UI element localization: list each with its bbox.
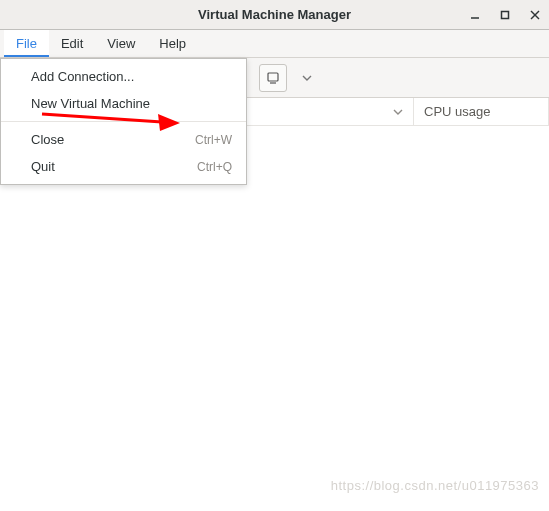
close-button[interactable] bbox=[527, 7, 543, 23]
window-controls bbox=[467, 7, 543, 23]
window-title: Virtual Machine Manager bbox=[198, 7, 351, 22]
titlebar: Virtual Machine Manager bbox=[0, 0, 549, 30]
svg-rect-1 bbox=[502, 11, 509, 18]
menu-quit[interactable]: Quit Ctrl+Q bbox=[1, 153, 246, 180]
toolbar-dropdown-button[interactable] bbox=[293, 64, 321, 92]
menu-help[interactable]: Help bbox=[147, 30, 198, 57]
menu-file[interactable]: File bbox=[4, 30, 49, 57]
open-vm-button[interactable] bbox=[259, 64, 287, 92]
watermark: https://blog.csdn.net/u011975363 bbox=[331, 478, 539, 493]
menu-separator bbox=[1, 121, 246, 122]
file-menu-dropdown: Add Connection... New Virtual Machine Cl… bbox=[0, 58, 247, 185]
maximize-button[interactable] bbox=[497, 7, 513, 23]
minimize-button[interactable] bbox=[467, 7, 483, 23]
menu-close[interactable]: Close Ctrl+W bbox=[1, 126, 246, 153]
menu-view[interactable]: View bbox=[95, 30, 147, 57]
svg-rect-4 bbox=[268, 73, 278, 81]
menu-edit[interactable]: Edit bbox=[49, 30, 95, 57]
menu-new-virtual-machine[interactable]: New Virtual Machine bbox=[1, 90, 246, 117]
menu-add-connection[interactable]: Add Connection... bbox=[1, 63, 246, 90]
sort-indicator-icon bbox=[393, 109, 403, 115]
menubar: File Edit View Help bbox=[0, 30, 549, 58]
column-cpu-usage[interactable]: CPU usage bbox=[414, 98, 549, 125]
